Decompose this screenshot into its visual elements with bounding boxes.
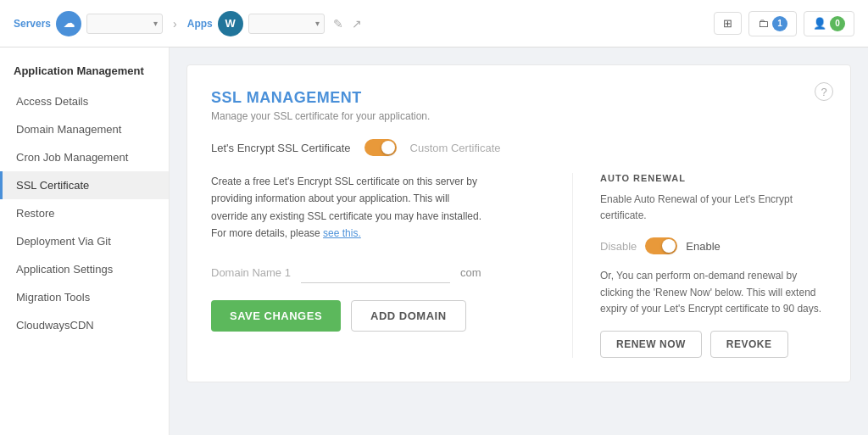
lets-encrypt-label: Let's Encrypt SSL Certificate [211,142,351,154]
domain-input[interactable] [301,263,450,283]
breadcrumb-arrow: › [170,17,181,31]
section-subtitle: Manage your SSL certificate for your app… [211,110,826,122]
edit-icon[interactable]: ✎ [333,17,343,31]
sidebar-item-restore[interactable]: Restore [0,199,169,227]
domain-management-label: Domain Management [16,123,121,136]
left-col: Create a free Let's Encrypt SSL certific… [211,173,538,358]
apps-section: Apps W ▾ ✎ ↗ [187,11,362,36]
sidebar-item-cron-job[interactable]: Cron Job Management [0,143,169,171]
external-link-icon[interactable]: ↗ [352,17,362,31]
auto-renewal-desc: Enable Auto Renewal of your Let's Encryp… [600,192,826,224]
server-dropdown[interactable]: ▾ [86,14,163,34]
users-button[interactable]: 👤 0 [804,11,854,36]
desc-line1: Create a free Let's Encrypt SSL certific… [211,176,477,187]
sidebar-heading: Application Management [0,64,169,87]
cron-job-label: Cron Job Management [16,151,128,164]
renewal-desc: Or, You can perform on-demand renewal by… [600,268,826,317]
restore-label: Restore [16,207,55,220]
renew-btn-row: RENEW NOW REVOKE [600,331,826,358]
access-details-label: Access Details [16,95,88,108]
apps-label: Apps [187,18,213,30]
folder-button[interactable]: 🗀 1 [748,11,797,36]
sidebar-item-cloudwayscdn[interactable]: CloudwaysCDN [0,311,169,339]
disable-label: Disable [600,240,637,253]
desc-line3: override any existing SSL certificate yo… [211,210,481,222]
migration-tools-label: Migration Tools [16,291,90,304]
sidebar-item-domain-management[interactable]: Domain Management [0,115,169,143]
ssl-toggle-thumb [381,141,395,154]
sidebar-item-access-details[interactable]: Access Details [0,87,169,115]
sidebar-item-deployment-git[interactable]: Deployment Via Git [0,227,169,255]
server-icon: ☁ [56,11,81,36]
ssl-management-card: ? SSL MANAGEMENT Manage your SSL certifi… [186,64,851,382]
deployment-git-label: Deployment Via Git [16,235,111,248]
sidebar-item-migration-tools[interactable]: Migration Tools [0,283,169,311]
folder-badge: 1 [772,16,787,31]
main-area: ? SSL MANAGEMENT Manage your SSL certifi… [170,47,868,435]
grid-view-button[interactable]: ⊞ [714,12,742,35]
renew-now-button[interactable]: RENEW NOW [600,331,702,358]
wp-icon: W [218,11,243,36]
domain-label: Domain Name 1 [211,266,291,279]
grid-icon: ⊞ [723,17,732,30]
folder-icon: 🗀 [758,17,769,30]
topbar: Servers ☁ ▾ › Apps W ▾ ✎ ↗ ⊞ 🗀 1 [0,0,868,47]
two-col-layout: Create a free Let's Encrypt SSL certific… [211,173,826,358]
auto-renewal-toggle-row: Disable Enable [600,237,826,254]
server-select[interactable] [86,14,163,34]
domain-suffix: com [460,266,481,279]
desc-line2: providing information about your applica… [211,192,449,204]
app-dropdown[interactable]: ▾ [248,14,325,34]
server-icon-letter: ☁ [64,17,75,30]
add-domain-button[interactable]: ADD DOMAIN [351,300,466,332]
application-settings-label: Application Settings [16,263,113,276]
app-select[interactable] [248,14,325,34]
right-col: AUTO RENEWAL Enable Auto Renewal of your… [572,173,826,358]
domain-row: Domain Name 1 com [211,263,538,283]
auto-renewal-track[interactable] [645,237,677,254]
help-icon[interactable]: ? [815,82,833,101]
ssl-certificate-label: SSL Certificate [16,179,89,192]
section-title: SSL MANAGEMENT [211,89,826,107]
ssl-toggle-track[interactable] [364,139,397,156]
auto-renewal-title: AUTO RENEWAL [600,173,826,183]
enable-label: Enable [686,240,720,253]
sidebar-item-ssl-certificate[interactable]: SSL Certificate [0,171,169,199]
ssl-toggle-row: Let's Encrypt SSL Certificate Custom Cer… [211,139,826,156]
desc-line4: For more details, please [211,227,320,239]
sidebar: Application Management Access Details Do… [0,47,170,435]
sidebar-item-application-settings[interactable]: Application Settings [0,255,169,283]
see-this-link[interactable]: see this. [323,227,361,239]
action-buttons: SAVE CHANGES ADD DOMAIN [211,300,538,332]
revoke-button[interactable]: REVOKE [710,331,788,358]
ssl-mode-toggle[interactable] [364,139,397,156]
topbar-right: ⊞ 🗀 1 👤 0 [714,11,854,36]
description: Create a free Let's Encrypt SSL certific… [211,173,538,243]
auto-renewal-toggle[interactable] [645,237,677,254]
users-badge: 0 [830,16,845,31]
auto-renewal-thumb [662,239,676,253]
cloudwayscdn-label: CloudwaysCDN [16,319,94,332]
servers-section: Servers ☁ ▾ [14,11,163,36]
custom-cert-label: Custom Certificate [410,142,501,154]
save-changes-button[interactable]: SAVE CHANGES [211,300,341,332]
users-icon: 👤 [813,17,826,30]
layout: Application Management Access Details Do… [0,47,868,435]
servers-label: Servers [14,18,51,30]
